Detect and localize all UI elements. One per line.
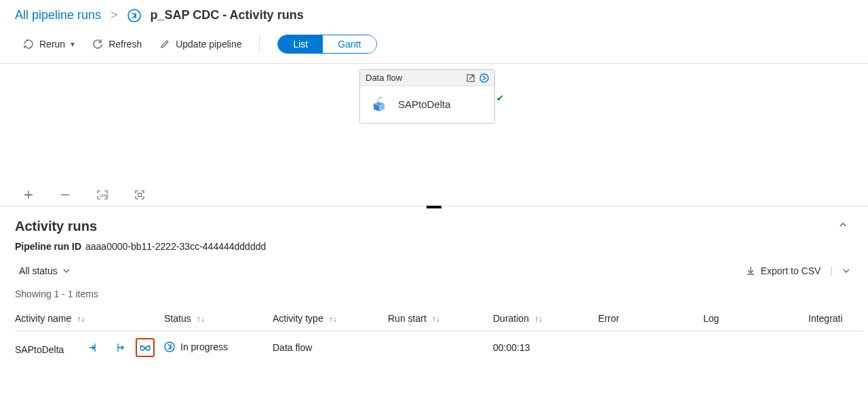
dataflow-activity-block[interactable]: Data flow [359, 69, 495, 124]
export-csv-label: Export to CSV [761, 265, 821, 276]
breadcrumb-separator: > [111, 8, 118, 22]
zoom-out-icon[interactable] [60, 189, 71, 200]
pipeline-run-id-value: aaaa0000-bb11-2222-33cc-444444dddddd [85, 241, 266, 252]
cell-duration: 00:00:13 [493, 331, 598, 365]
activity-runs-heading: Activity runs [15, 219, 853, 234]
col-header-activity-name[interactable]: Activity name↑↓ [15, 306, 164, 331]
row-glasses-icon[interactable] [136, 338, 155, 357]
breadcrumb-current: p_SAP CDC - Activity runs [151, 8, 304, 22]
chevron-down-icon [842, 267, 850, 275]
edit-icon [159, 39, 170, 50]
svg-point-5 [140, 346, 144, 350]
update-pipeline-label: Update pipeline [176, 39, 241, 50]
dataflow-block-title: Data flow [366, 73, 402, 83]
col-header-run-start[interactable]: Run start↑↓ [388, 306, 493, 331]
col-header-error[interactable]: Error [598, 306, 703, 331]
collapse-chevron-icon[interactable] [838, 220, 848, 229]
svg-point-6 [146, 346, 150, 350]
zoom-in-icon[interactable] [23, 189, 34, 200]
filter-row: All status Export to CSV | [15, 263, 853, 279]
cell-run-start [388, 331, 493, 365]
view-toggle-gantt[interactable]: Gantt [323, 35, 376, 53]
view-toggle-list[interactable]: List [278, 35, 323, 53]
chevron-down-icon: ▾ [71, 39, 75, 49]
cell-status: In progress [164, 341, 228, 352]
cell-activity-type: Data flow [273, 331, 388, 365]
col-header-status[interactable]: Status↑↓ [164, 306, 273, 331]
zoom-100-icon[interactable]: 100% [96, 189, 108, 200]
in-progress-icon [164, 341, 175, 352]
dataflow-block-name: SAPtoDelta [398, 98, 451, 110]
col-header-activity-type[interactable]: Activity type↑↓ [273, 306, 388, 331]
svg-point-2 [480, 74, 488, 82]
row-output-icon[interactable] [110, 338, 129, 357]
open-external-icon[interactable] [466, 73, 475, 83]
refresh-icon [92, 39, 103, 50]
cell-activity-name: SAPtoDelta [15, 344, 64, 355]
toolbar-divider [259, 35, 260, 54]
refresh-button[interactable]: Refresh [92, 39, 142, 50]
showing-items-text: Showing 1 - 1 items [15, 289, 853, 299]
pipeline-canvas[interactable]: Data flow [0, 64, 868, 206]
breadcrumb-all-pipeline-runs[interactable]: All pipeline runs [15, 8, 101, 22]
dataflow-block-header: Data flow [360, 70, 494, 86]
cell-error [598, 331, 703, 365]
svg-point-7 [165, 342, 174, 352]
svg-text:100%: 100% [100, 193, 108, 198]
col-header-duration[interactable]: Duration↑↓ [493, 306, 598, 331]
col-header-integration[interactable]: Integrati [808, 306, 863, 331]
activity-runs-section: Activity runs Pipeline run ID aaaa0000-b… [0, 206, 868, 364]
cell-integration [808, 331, 863, 365]
activity-runs-table: Activity name↑↓ Status↑↓ Activity type↑↓… [15, 306, 863, 364]
pipeline-run-id-label: Pipeline run ID [15, 241, 81, 252]
rerun-button[interactable]: Rerun ▾ [23, 39, 75, 50]
refresh-label: Refresh [108, 39, 142, 50]
rerun-icon [23, 39, 34, 50]
export-csv-button[interactable]: Export to CSV [746, 265, 821, 276]
download-icon [746, 266, 755, 276]
update-pipeline-button[interactable]: Update pipeline [159, 39, 241, 50]
status-filter-dropdown[interactable]: All status [15, 263, 74, 279]
view-toggle: List Gantt [277, 35, 376, 54]
pipeline-icon [127, 9, 141, 22]
status-filter-label: All status [19, 265, 58, 276]
breadcrumb: All pipeline runs > p_SAP CDC - Activity… [0, 0, 868, 28]
pipeline-run-id-row: Pipeline run ID aaaa0000-bb11-2222-33cc-… [15, 241, 853, 252]
rerun-label: Rerun [39, 39, 65, 50]
dataflow-cube-icon [370, 94, 389, 113]
col-header-log[interactable]: Log [703, 306, 808, 331]
svg-point-0 [128, 10, 140, 22]
row-input-icon[interactable] [84, 338, 103, 357]
dataflow-block-body: SAPtoDelta [360, 86, 494, 123]
chevron-down-icon [63, 267, 70, 274]
cell-log [703, 331, 808, 365]
fit-screen-icon[interactable] [134, 189, 145, 200]
dataflow-progress-icon[interactable] [479, 73, 489, 83]
checkmark-icon: ✔ [496, 93, 504, 103]
canvas-toolbar: 100% [23, 189, 145, 200]
toolbar: Rerun ▾ Refresh Update pipeline List Gan… [0, 28, 868, 64]
table-row[interactable]: SAPtoDelta [15, 331, 863, 365]
svg-rect-4 [138, 193, 142, 197]
more-options-button[interactable] [842, 267, 850, 275]
